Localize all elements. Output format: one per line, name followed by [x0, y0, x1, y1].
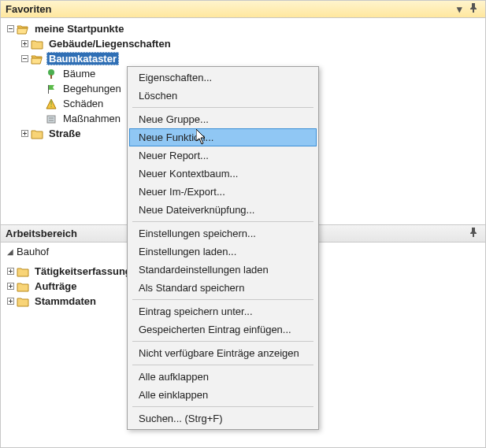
- collapse-icon[interactable]: [6, 24, 15, 34]
- context-menu-separator: [132, 299, 313, 300]
- context-menu: Eigenschaften...LöschenNeue Gruppe...Neu…: [127, 66, 319, 430]
- pin-icon[interactable]: [466, 228, 480, 239]
- context-menu-item[interactable]: Löschen: [129, 87, 317, 105]
- context-menu-item[interactable]: Neue Gruppe...: [129, 110, 317, 128]
- tree-node-gebaeude[interactable]: Gebäude/Liegenschaften: [20, 36, 485, 51]
- folder-open-icon: [31, 53, 43, 65]
- context-menu-separator: [132, 406, 313, 407]
- context-menu-separator: [132, 365, 313, 365]
- context-menu-item[interactable]: Neue Dateiverknüpfung...: [129, 201, 317, 219]
- context-menu-item[interactable]: Einstellungen laden...: [129, 243, 317, 261]
- tree-label: Gebäude/Liegenschaften: [46, 37, 173, 50]
- context-menu-separator: [132, 107, 313, 108]
- context-menu-item[interactable]: Neuer Kontextbaum...: [129, 165, 317, 183]
- tree-label: Straße: [46, 127, 83, 140]
- svg-rect-9: [48, 85, 49, 94]
- tree-label: Stammdaten: [32, 294, 98, 308]
- svg-rect-11: [47, 116, 55, 123]
- tree-label: Schäden: [61, 97, 106, 110]
- favorites-title: Favoriten: [6, 3, 452, 15]
- tree-label: Tätigkeitserfassung: [32, 265, 134, 278]
- svg-text:!: !: [50, 98, 53, 109]
- context-menu-item[interactable]: Neuer Report...: [129, 146, 317, 165]
- folder-icon: [17, 295, 29, 308]
- tree-node-startpunkte[interactable]: meine Startpunkte: [6, 21, 485, 36]
- context-menu-item[interactable]: Eigenschaften...: [129, 68, 317, 87]
- context-menu-item[interactable]: Neue Funktion...: [129, 128, 317, 146]
- folder-icon: [17, 265, 29, 278]
- expand-icon[interactable]: [20, 39, 29, 49]
- tree-label: Aufträge: [32, 280, 79, 293]
- context-menu-item[interactable]: Alle aufklappen: [129, 368, 317, 386]
- svg-rect-8: [50, 75, 52, 79]
- context-menu-item[interactable]: Neuer Im-/Export...: [129, 183, 317, 201]
- favorites-header: Favoriten ▾: [0, 0, 486, 18]
- folder-icon: [31, 128, 43, 140]
- folder-icon: [31, 38, 43, 50]
- tree-label-selected: Baumkataster: [46, 52, 119, 65]
- tree-label: meine Startpunkte: [32, 22, 126, 35]
- context-menu-item[interactable]: Nicht verfügbare Einträge anzeigen: [129, 344, 317, 362]
- pin-icon[interactable]: [466, 3, 480, 15]
- context-menu-item[interactable]: Standardeinstellungen laden: [129, 261, 317, 279]
- tree-item-icon: [45, 68, 58, 80]
- expand-icon[interactable]: [6, 297, 15, 306]
- folder-icon: [17, 280, 29, 293]
- context-menu-item[interactable]: Alle einklappen: [129, 386, 317, 404]
- context-menu-item[interactable]: Suchen... (Strg+F): [129, 409, 317, 428]
- caret-icon: ◢: [7, 247, 13, 256]
- context-menu-item[interactable]: Eintrag speichern unter...: [129, 302, 317, 320]
- collapse-icon[interactable]: [20, 54, 29, 64]
- dropdown-icon[interactable]: ▾: [452, 3, 466, 15]
- expand-icon[interactable]: [6, 267, 15, 276]
- tree-node-baumkataster[interactable]: Baumkataster: [20, 51, 485, 66]
- tree-label: Bäume: [61, 67, 98, 80]
- context-menu-item[interactable]: Als Standard speichern: [129, 279, 317, 297]
- context-menu-separator: [132, 341, 313, 342]
- flag-icon: [45, 83, 58, 95]
- damage-icon: !: [45, 98, 58, 110]
- context-menu-separator: [132, 221, 313, 222]
- svg-point-7: [48, 69, 54, 76]
- expand-icon[interactable]: [20, 129, 29, 139]
- breadcrumb-label: Bauhof: [17, 246, 49, 257]
- folder-open-icon: [17, 23, 29, 35]
- expand-icon[interactable]: [6, 282, 15, 291]
- tree-label: Maßnahmen: [61, 112, 123, 125]
- tree-label: Begehungen: [61, 82, 124, 95]
- context-menu-item[interactable]: Gespeicherten Eintrag einfügen...: [129, 320, 317, 339]
- context-menu-item[interactable]: Einstellungen speichern...: [129, 224, 317, 243]
- action-icon: [45, 113, 58, 125]
